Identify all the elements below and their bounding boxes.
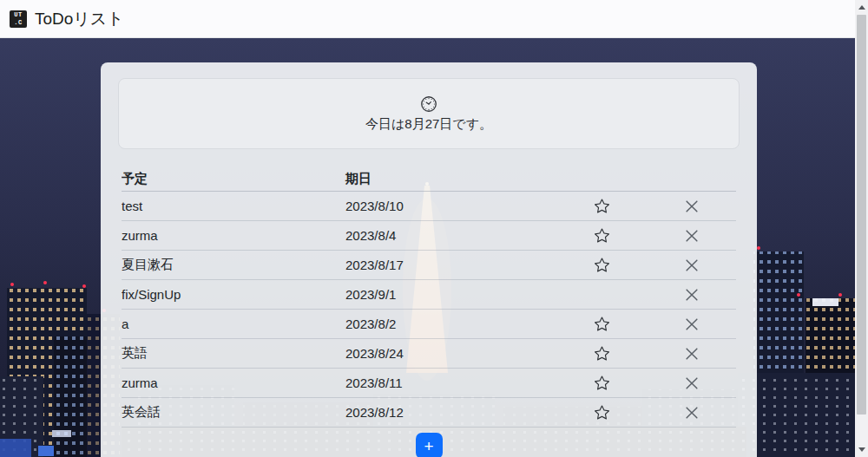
delete-button[interactable] bbox=[682, 258, 701, 273]
header-due: 期日 bbox=[345, 171, 593, 187]
star-icon bbox=[595, 228, 609, 243]
app-logo-icon: UT .C bbox=[10, 10, 27, 28]
add-task-button[interactable]: + bbox=[416, 433, 443, 457]
logo-text-top: UT bbox=[14, 11, 22, 18]
task-title: zurma bbox=[122, 228, 345, 243]
delete-button[interactable] bbox=[682, 346, 701, 362]
delete-button[interactable] bbox=[682, 405, 701, 421]
task-due: 2023/8/17 bbox=[345, 258, 593, 272]
star-button[interactable] bbox=[593, 258, 611, 272]
task-due: 2023/9/1 bbox=[345, 287, 593, 302]
task-title: zurma bbox=[122, 375, 345, 390]
today-info-panel: 今日は8月27日です。 bbox=[118, 78, 740, 149]
star-button[interactable] bbox=[593, 405, 611, 420]
task-due: 2023/8/24 bbox=[345, 346, 593, 361]
app-window: UT .C ToDoリスト 今日は8月27日です。 予定 bbox=[0, 0, 868, 457]
navbar: UT .C ToDoリスト bbox=[0, 0, 868, 38]
x-icon bbox=[684, 346, 700, 362]
brand-title[interactable]: ToDoリスト bbox=[35, 8, 124, 30]
star-icon bbox=[595, 258, 609, 272]
delete-button[interactable] bbox=[682, 317, 701, 332]
delete-button[interactable] bbox=[682, 375, 701, 391]
table-row: test 2023/8/10 bbox=[122, 192, 736, 221]
todo-card: 今日は8月27日です。 予定 期日 test bbox=[101, 62, 757, 457]
delete-button[interactable] bbox=[682, 228, 701, 244]
header-task: 予定 bbox=[122, 171, 345, 187]
star-icon bbox=[595, 405, 609, 420]
scrollbar-thumb[interactable] bbox=[857, 15, 866, 415]
table-row: 英語 2023/8/24 bbox=[122, 339, 736, 369]
x-icon bbox=[684, 405, 700, 421]
star-button[interactable] bbox=[593, 228, 611, 243]
task-due: 2023/8/12 bbox=[345, 405, 593, 420]
x-icon bbox=[684, 258, 700, 273]
task-title: 夏目漱石 bbox=[122, 257, 345, 273]
delete-button[interactable] bbox=[682, 199, 701, 214]
delete-button[interactable] bbox=[682, 287, 701, 303]
clock-icon bbox=[419, 95, 438, 114]
table-row: fix/SignUp 2023/9/1 bbox=[122, 280, 736, 310]
logo-text-bottom: .C bbox=[14, 19, 22, 26]
star-button[interactable] bbox=[593, 346, 611, 361]
x-icon bbox=[684, 287, 700, 303]
task-title: 英会話 bbox=[122, 404, 345, 421]
todo-table: 予定 期日 test 2023/8/10 bbox=[122, 166, 736, 457]
table-row: zurma 2023/8/11 bbox=[122, 369, 736, 398]
task-due: 2023/8/10 bbox=[345, 199, 593, 213]
x-icon bbox=[684, 375, 700, 391]
task-due: 2023/8/4 bbox=[345, 228, 593, 243]
x-icon bbox=[684, 228, 700, 244]
star-button[interactable] bbox=[593, 199, 611, 213]
star-icon bbox=[595, 317, 609, 331]
x-icon bbox=[684, 317, 700, 332]
task-title: test bbox=[122, 199, 345, 213]
star-button[interactable] bbox=[593, 317, 611, 331]
x-icon bbox=[684, 199, 700, 214]
star-icon bbox=[595, 346, 609, 361]
task-title: 英語 bbox=[122, 345, 345, 362]
task-due: 2023/8/2 bbox=[345, 317, 593, 331]
scroll-down-arrow-icon[interactable] bbox=[855, 442, 868, 457]
table-row: zurma 2023/8/4 bbox=[122, 221, 736, 251]
star-icon bbox=[595, 199, 609, 213]
table-row: a 2023/8/2 bbox=[122, 310, 736, 339]
table-header-row: 予定 期日 bbox=[122, 166, 736, 192]
task-title: a bbox=[122, 317, 345, 331]
table-footer: + bbox=[122, 428, 736, 457]
table-row: 夏目漱石 2023/8/17 bbox=[122, 251, 736, 280]
task-title: fix/SignUp bbox=[122, 287, 345, 302]
star-button[interactable] bbox=[593, 375, 611, 390]
vertical-scrollbar[interactable] bbox=[855, 0, 868, 457]
task-due: 2023/8/11 bbox=[345, 375, 593, 390]
scroll-up-arrow-icon[interactable] bbox=[855, 0, 868, 15]
today-message: 今日は8月27日です。 bbox=[365, 116, 492, 133]
table-row: 英会話 2023/8/12 bbox=[122, 398, 736, 428]
star-icon bbox=[595, 375, 609, 390]
